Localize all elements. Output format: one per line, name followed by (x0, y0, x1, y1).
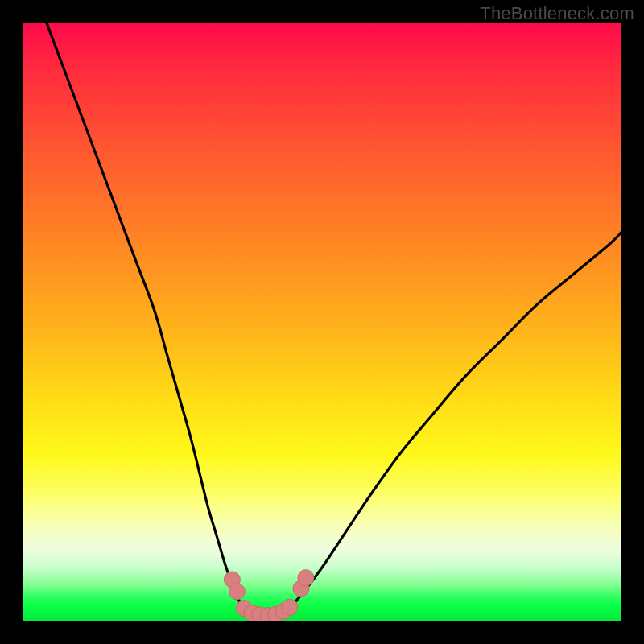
watermark-text: TheBottleneck.com (480, 3, 634, 24)
valley-marker-group (224, 570, 314, 621)
valley-marker (229, 584, 245, 600)
chart-frame: TheBottleneck.com (0, 0, 644, 644)
valley-marker (282, 599, 298, 615)
valley-marker (298, 570, 314, 586)
bottleneck-curve (47, 23, 621, 616)
plot-area (23, 23, 621, 621)
bottleneck-curve-svg (23, 23, 621, 621)
